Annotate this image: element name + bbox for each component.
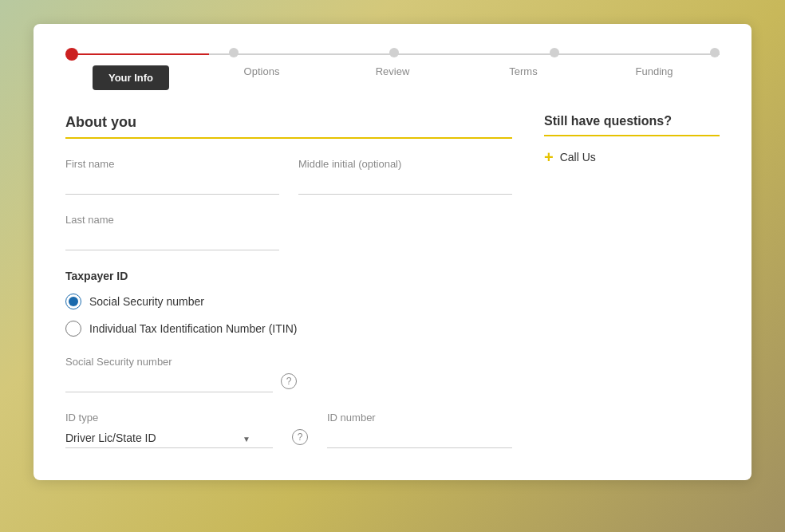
step-item-your-info[interactable]: Your Info [65, 65, 196, 90]
id-type-select[interactable]: Driver Lic/State ID Passport Military ID… [65, 428, 273, 448]
step-labels: Your Info Options Review Terms Funding [65, 65, 720, 90]
id-number-label: ID number [327, 412, 512, 424]
plus-icon: + [544, 149, 554, 165]
middle-initial-field: Middle initial (optional) [298, 158, 512, 195]
step-dot-review[interactable] [389, 48, 399, 57]
step-dot-your-info[interactable] [65, 48, 78, 61]
step-item-terms[interactable]: Terms [458, 65, 589, 77]
step-dot-funding[interactable] [710, 48, 720, 57]
taxpayer-id-label: Taxpayer ID [65, 270, 512, 282]
section-title: About you [65, 114, 512, 139]
ssn-input[interactable] [65, 372, 273, 392]
step-label-your-info: Your Info [93, 65, 169, 90]
ssn-radio-label: Social Security number [89, 295, 204, 308]
step-label-funding: Funding [636, 65, 673, 77]
last-name-input[interactable] [65, 231, 279, 250]
step-dot-options[interactable] [229, 48, 239, 57]
taxpayer-section: Taxpayer ID Social Security number Indiv… [65, 270, 512, 337]
middle-initial-label: Middle initial (optional) [298, 158, 512, 170]
middle-initial-input[interactable] [298, 175, 512, 195]
call-us-row[interactable]: + Call Us [544, 149, 720, 165]
last-name-field: Last name [65, 214, 279, 250]
first-name-label: First name [65, 158, 279, 170]
taxpayer-radio-group: Social Security number Individual Tax Id… [65, 294, 512, 337]
ssn-radio-input[interactable] [65, 294, 81, 309]
name-row: First name Middle initial (optional) [65, 158, 512, 195]
first-name-input[interactable] [65, 175, 279, 195]
step-item-options[interactable]: Options [196, 65, 327, 77]
step-item-review[interactable]: Review [327, 65, 458, 77]
itin-radio-label: Individual Tax Identification Number (IT… [89, 322, 297, 335]
id-type-select-wrapper: Driver Lic/State ID Passport Military ID… [65, 428, 273, 448]
step-item-funding[interactable]: Funding [589, 65, 720, 77]
id-number-input[interactable] [327, 428, 512, 448]
ssn-row: Social Security number ? [65, 356, 512, 392]
step-label-review: Review [376, 65, 410, 77]
main-card: Your Info Options Review Terms Funding A… [34, 24, 751, 480]
sidebar-title: Still have questions? [544, 114, 720, 136]
id-type-label: ID type [65, 412, 273, 424]
id-number-field: ID number [327, 412, 512, 448]
last-name-label: Last name [65, 214, 279, 226]
ssn-field-label: Social Security number [65, 356, 273, 368]
last-name-row: Last name [65, 214, 512, 250]
itin-radio-input[interactable] [65, 321, 81, 337]
progress-section: Your Info Options Review Terms Funding [65, 48, 720, 90]
ssn-help-icon[interactable]: ? [281, 373, 297, 389]
progress-track [65, 48, 720, 61]
id-type-field: ID type Driver Lic/State ID Passport Mil… [65, 412, 273, 448]
id-type-row: ID type Driver Lic/State ID Passport Mil… [65, 412, 512, 448]
form-section: About you First name Middle initial (opt… [65, 114, 512, 448]
step-dot-terms[interactable] [550, 48, 559, 57]
step-label-options: Options [244, 65, 280, 77]
ssn-field: Social Security number [65, 356, 273, 392]
first-name-field: First name [65, 158, 279, 195]
ssn-radio-option[interactable]: Social Security number [65, 294, 512, 309]
main-content: About you First name Middle initial (opt… [65, 114, 720, 448]
id-type-help-icon[interactable]: ? [292, 429, 308, 445]
itin-radio-option[interactable]: Individual Tax Identification Number (IT… [65, 321, 512, 337]
step-label-terms: Terms [509, 65, 537, 77]
call-us-label: Call Us [560, 151, 596, 164]
sidebar-section: Still have questions? + Call Us [544, 114, 720, 448]
